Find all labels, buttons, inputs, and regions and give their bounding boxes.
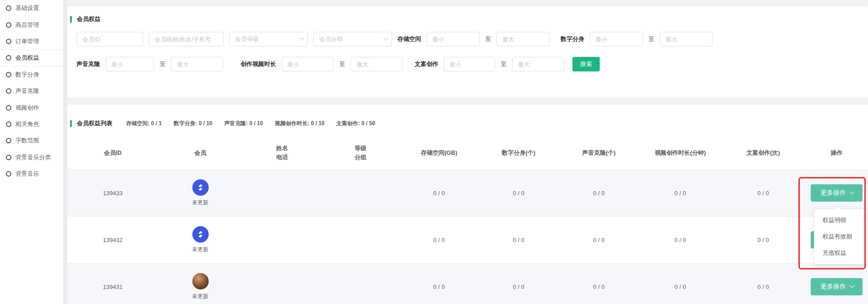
sidebar-item-label: 数字分身 bbox=[15, 71, 39, 79]
copywriting-max-input[interactable] bbox=[512, 57, 564, 71]
member-avatar-logo-icon bbox=[192, 226, 209, 243]
sidebar-item-voice-clone[interactable]: 声音克隆 bbox=[0, 83, 63, 99]
member-id-cell: 139431 bbox=[67, 284, 158, 290]
more-actions-button[interactable]: 更多操作 bbox=[811, 184, 863, 202]
storage-max-input[interactable] bbox=[497, 32, 550, 46]
stat-copywriting: 文案创作: 0 / 50 bbox=[336, 120, 375, 127]
sidebar-item-bgm[interactable]: 背景音乐 bbox=[0, 166, 63, 182]
radio-circle-icon bbox=[6, 5, 11, 11]
table-row: 139433 未更新 0 / 0 0 / 0 0 / 0 0 / 0 0 / 0… bbox=[67, 169, 868, 216]
sidebar-item-label: 订单管理 bbox=[15, 37, 39, 46]
dropdown-item-recharge-benefit[interactable]: 充值权益 bbox=[814, 245, 867, 261]
col-level-group: 等级 分组 bbox=[322, 144, 399, 162]
storage-filter-label: 存储空间 bbox=[397, 35, 421, 43]
to-label: 至 bbox=[501, 60, 507, 68]
member-name-input[interactable] bbox=[149, 32, 224, 46]
list-section-title: 会员权益列表 存储空间: 0 / 1 数字分身: 0 / 10 声音克隆: 0 … bbox=[67, 105, 868, 127]
sidebar-item-label: 背景音乐 bbox=[15, 170, 39, 178]
digital-avatar-max-input[interactable] bbox=[660, 32, 713, 46]
sidebar-item-word-count-range[interactable]: 字数范围 bbox=[0, 132, 63, 149]
more-actions-button[interactable]: 更多操作 bbox=[811, 278, 863, 295]
col-digital-avatar: 数字分身(个) bbox=[479, 149, 558, 157]
digital-avatar-filter-label: 数字分身 bbox=[561, 35, 584, 43]
member-group-select[interactable]: 会员分组 bbox=[313, 32, 392, 46]
sidebar: 基础设置 商品管理 订单管理 会员权益 数字分身 声音克隆 视频创作 相关角色 … bbox=[0, 0, 63, 304]
radio-circle-icon bbox=[6, 39, 11, 44]
sidebar-item-order-management[interactable]: 订单管理 bbox=[0, 33, 63, 50]
radio-circle-icon bbox=[6, 55, 11, 61]
member-id-cell: 139433 bbox=[67, 190, 158, 197]
voice-clone-min-input[interactable] bbox=[105, 57, 154, 71]
digital-avatar-cell: 0 / 0 bbox=[479, 284, 558, 290]
radio-circle-icon bbox=[6, 22, 11, 28]
member-level-select-value: 会员等级 bbox=[235, 35, 259, 43]
sidebar-item-label: 字数范围 bbox=[15, 137, 39, 145]
table-header-row: 会员ID 会员 姓名 电话 等级 分组 存储空间(GB) 数字分身(个) 声音克… bbox=[67, 137, 868, 169]
storage-cell: 0 / 0 bbox=[399, 237, 479, 243]
member-id-input[interactable] bbox=[76, 32, 143, 46]
stat-storage: 存储空间: 0 / 1 bbox=[126, 120, 162, 127]
sidebar-item-related-roles[interactable]: 相关角色 bbox=[0, 116, 63, 132]
sidebar-item-product-management[interactable]: 商品管理 bbox=[0, 16, 63, 33]
filter-title: 会员权益 bbox=[77, 15, 100, 23]
list-title: 会员权益列表 bbox=[77, 119, 112, 127]
benefits-table: 会员ID 会员 姓名 电话 等级 分组 存储空间(GB) 数字分身(个) 声音克… bbox=[67, 137, 868, 304]
member-status: 未更新 bbox=[192, 246, 209, 253]
chevron-down-icon bbox=[383, 35, 388, 41]
actions-cell: 更多操作 bbox=[805, 278, 868, 295]
video-filter-label: 创作视频时长 bbox=[241, 60, 276, 68]
search-button[interactable]: 搜索 bbox=[572, 57, 600, 71]
sidebar-item-label: 视频创作 bbox=[15, 104, 39, 112]
list-card: 会员权益列表 存储空间: 0 / 1 数字分身: 0 / 10 声音克隆: 0 … bbox=[67, 105, 868, 304]
voice-clone-max-input[interactable] bbox=[171, 57, 223, 71]
member-cell: 未更新 bbox=[158, 179, 242, 207]
video-min-input[interactable] bbox=[281, 57, 334, 71]
member-level-select[interactable]: 会员等级 bbox=[229, 32, 308, 46]
filter-row-2: 声音克隆 至 创作视频时长 至 文案创作 至 搜索 bbox=[76, 57, 868, 71]
copywriting-min-input[interactable] bbox=[444, 57, 495, 71]
filter-section-title: 会员权益 bbox=[67, 6, 868, 23]
actions-cell: 更多操作 bbox=[805, 184, 868, 202]
video-duration-cell: 0 / 0 bbox=[639, 190, 721, 197]
to-label: 至 bbox=[485, 35, 491, 43]
col-member-id: 会员ID bbox=[67, 149, 158, 157]
table-row: 139431 未更新 0 / 0 0 / 0 0 / 0 0 / 0 0 / 0… bbox=[67, 263, 868, 304]
sidebar-scrollbar[interactable] bbox=[63, 0, 67, 304]
sidebar-item-video-creation[interactable]: 视频创作 bbox=[0, 99, 63, 116]
storage-min-input[interactable] bbox=[426, 32, 480, 46]
col-name-phone: 姓名 电话 bbox=[242, 144, 322, 162]
video-duration-cell: 0 / 0 bbox=[639, 237, 721, 243]
col-actions: 操作 bbox=[805, 149, 868, 157]
sidebar-item-basic-settings[interactable]: 基础设置 bbox=[0, 0, 63, 16]
chevron-down-icon bbox=[849, 283, 854, 288]
sidebar-item-digital-avatar[interactable]: 数字分身 bbox=[0, 66, 63, 83]
radio-circle-icon bbox=[6, 122, 11, 127]
filter-card: 会员权益 会员等级 会员分组 存储空间 至 数字分身 至 声音克隆 bbox=[67, 6, 868, 97]
radio-circle-icon bbox=[6, 88, 11, 94]
col-copywriting: 文案创作(次) bbox=[721, 149, 805, 157]
more-actions-label: 更多操作 bbox=[821, 283, 846, 291]
dropdown-item-benefit-validity[interactable]: 权益有效期 bbox=[814, 228, 867, 245]
dropdown-item-benefit-details[interactable]: 权益明细 bbox=[814, 212, 867, 228]
voice-clone-cell: 0 / 0 bbox=[558, 190, 639, 197]
section-accent-bar bbox=[70, 120, 72, 127]
sidebar-item-member-benefits[interactable]: 会员权益 bbox=[0, 50, 63, 66]
member-cell: 未更新 bbox=[158, 273, 242, 300]
col-member: 会员 bbox=[158, 149, 242, 157]
sidebar-item-label: 基础设置 bbox=[15, 4, 39, 12]
digital-avatar-min-input[interactable] bbox=[590, 32, 643, 46]
member-status: 未更新 bbox=[192, 199, 209, 207]
more-actions-label: 更多操作 bbox=[821, 189, 846, 197]
sidebar-item-label: 会员权益 bbox=[15, 54, 39, 62]
col-voice-clone: 声音克隆(个) bbox=[558, 149, 639, 157]
video-duration-cell: 0 / 0 bbox=[639, 284, 721, 290]
filter-row-1: 会员等级 会员分组 存储空间 至 数字分身 至 bbox=[76, 32, 868, 46]
more-actions-dropdown: 权益明细 权益有效期 充值权益 bbox=[814, 209, 867, 264]
copywriting-cell: 0 / 0 bbox=[721, 284, 805, 290]
sidebar-item-bgm-category[interactable]: 背景音乐分类 bbox=[0, 149, 63, 166]
radio-circle-icon bbox=[6, 138, 11, 143]
table-row: 139432 未更新 0 / 0 0 / 0 0 / 0 0 / 0 0 / 0… bbox=[67, 216, 868, 263]
video-max-input[interactable] bbox=[351, 57, 403, 71]
sidebar-item-label: 背景音乐分类 bbox=[15, 153, 51, 162]
benefit-stats: 存储空间: 0 / 1 数字分身: 0 / 10 声音克隆: 0 / 10 视频… bbox=[126, 120, 375, 127]
